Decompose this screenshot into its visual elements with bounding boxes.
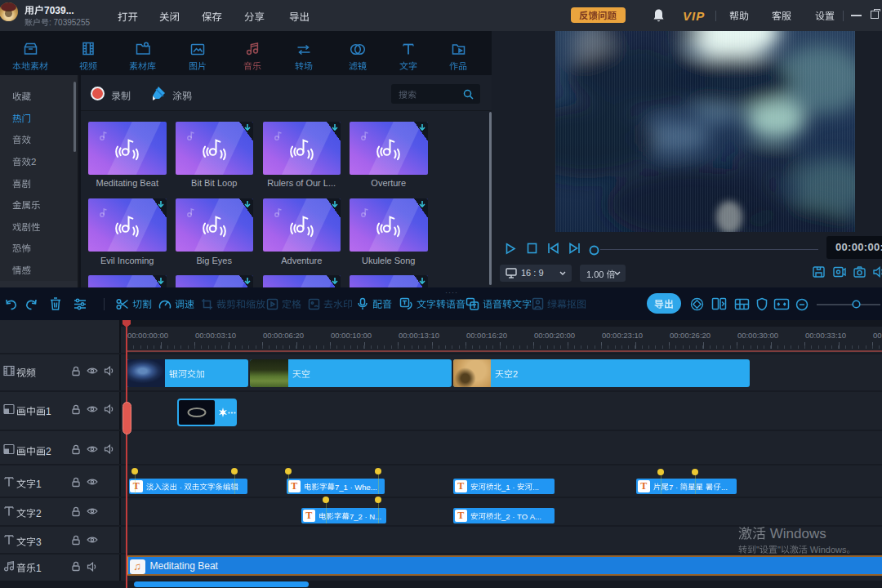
svg-text:2: 2 [31,158,36,167]
svg-text:2: 2 [46,446,51,457]
svg-text:7039...: 7039... [44,5,74,16]
svg-text:1.00: 1.00 [586,270,606,279]
svg-text:1: 1 [46,406,51,416]
svg-text:3: 3 [36,537,42,547]
svg-text:...: ... [721,483,728,492]
svg-text:1: 1 [36,563,42,573]
svg-text:": " [756,545,760,555]
svg-text:...: ... [532,483,539,492]
svg-text:·: · [177,483,184,492]
svg-text:7_1 · Whe...: 7_1 · Whe... [335,483,377,492]
svg-text:: 70395255: : 70395255 [49,18,90,27]
svg-text:": " [777,545,781,555]
svg-text:_1 ·: _1 · [501,483,517,492]
svg-text:7 ·: 7 · [669,483,680,492]
svg-text:7_2 · N...: 7_2 · N... [350,512,381,521]
svg-text:2: 2 [36,508,42,519]
svg-text:2: 2 [513,369,518,379]
svg-text:Windows: Windows [808,545,847,555]
svg-text:Windows: Windows [766,526,826,541]
svg-text:_2 · TO A...: _2 · TO A... [501,512,541,521]
svg-text:1: 1 [36,479,42,489]
